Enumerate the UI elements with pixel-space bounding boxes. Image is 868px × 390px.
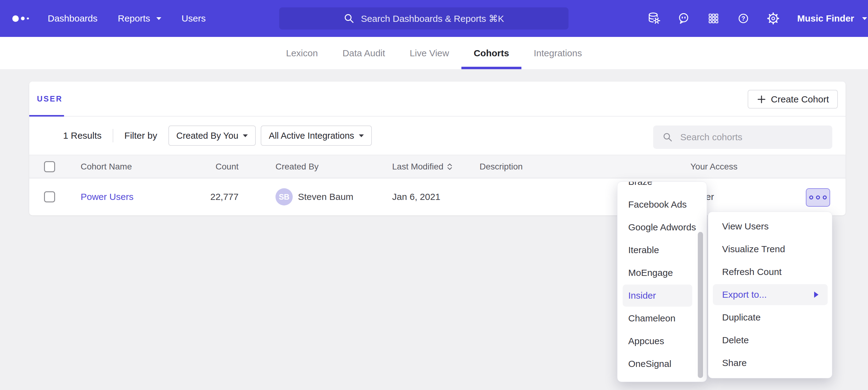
row-actions-button[interactable] bbox=[806, 188, 830, 207]
primary-nav: Dashboards Reports Users bbox=[48, 0, 206, 37]
menu-item-export-to[interactable]: Export to... bbox=[708, 283, 832, 306]
help-button[interactable]: ? bbox=[736, 11, 751, 26]
cohorts-card: USER Create Cohort 1 Results Filter by C… bbox=[29, 82, 845, 215]
submenu-item-braze[interactable]: Braze bbox=[617, 182, 707, 193]
menu-item-duplicate[interactable]: Duplicate bbox=[708, 306, 832, 329]
created-by-cell: SB Steven Baum bbox=[276, 178, 353, 215]
column-last-modified-label: Last Modified bbox=[392, 162, 443, 172]
submenu-item-appcues[interactable]: Appcues bbox=[617, 330, 707, 353]
submenu-item-google-adwords[interactable]: Google Adwords bbox=[617, 216, 707, 239]
chevron-down-icon bbox=[243, 134, 248, 137]
submenu-item-chameleon[interactable]: Chameleon bbox=[617, 307, 707, 330]
tab-data-audit[interactable]: Data Audit bbox=[330, 37, 397, 69]
tab-cohorts[interactable]: Cohorts bbox=[461, 37, 521, 69]
logo-dot-medium bbox=[21, 17, 25, 20]
logo-dot-large bbox=[12, 15, 19, 22]
menu-item-view-users[interactable]: View Users bbox=[708, 215, 832, 238]
active-tab-underline bbox=[461, 67, 521, 69]
tab-lexicon[interactable]: Lexicon bbox=[274, 37, 330, 69]
navbar-icon-group: ? bbox=[646, 0, 781, 37]
submenu-item-moengage[interactable]: MoEngage bbox=[617, 261, 707, 284]
column-cohort-name[interactable]: Cohort Name bbox=[81, 155, 132, 178]
tab-integrations[interactable]: Integrations bbox=[521, 37, 594, 69]
chevron-down-icon bbox=[359, 134, 364, 137]
nav-reports[interactable]: Reports bbox=[118, 13, 161, 24]
global-search-placeholder: Search Dashboards & Reports ⌘K bbox=[361, 13, 504, 24]
export-destinations-menu: Braze Facebook Ads Google Adwords Iterab… bbox=[617, 182, 707, 382]
creator-name: Steven Baum bbox=[298, 192, 353, 202]
tab-live-view[interactable]: Live View bbox=[397, 37, 461, 69]
nav-dashboards[interactable]: Dashboards bbox=[48, 13, 98, 24]
cohort-count: 22,777 bbox=[165, 178, 239, 215]
cohort-actions-menu: View Users Visualize Trend Refresh Count… bbox=[708, 212, 832, 378]
submenu-item-iterable[interactable]: Iterable bbox=[617, 239, 707, 261]
divider bbox=[113, 129, 113, 142]
last-modified-cell: Jan 6, 2021 bbox=[392, 178, 440, 215]
search-icon bbox=[343, 13, 354, 24]
cohort-search-box bbox=[653, 126, 832, 149]
feedback-button[interactable] bbox=[676, 11, 691, 26]
avatar: SB bbox=[276, 188, 293, 205]
menu-item-share[interactable]: Share bbox=[708, 352, 832, 374]
column-count[interactable]: Count bbox=[165, 155, 239, 178]
integrations-filter-dropdown[interactable]: All Active Integrations bbox=[261, 126, 372, 146]
plus-icon bbox=[756, 94, 767, 104]
cohort-name-link[interactable]: Power Users bbox=[81, 192, 133, 202]
settings-gear-icon bbox=[766, 11, 780, 26]
submenu-item-facebook-ads[interactable]: Facebook Ads bbox=[617, 193, 707, 216]
sort-icon bbox=[446, 162, 453, 171]
filter-controls: 1 Results Filter by Created By You All A… bbox=[63, 117, 372, 155]
column-your-access[interactable]: Your Access bbox=[690, 155, 738, 178]
menu-item-delete[interactable]: Delete bbox=[708, 329, 832, 352]
top-navbar: Dashboards Reports Users Search Dashboar… bbox=[0, 0, 868, 37]
column-created-by[interactable]: Created By bbox=[276, 155, 318, 178]
table-row: Power Users 22,777 SB Steven Baum Jan 6,… bbox=[29, 178, 845, 215]
kebab-menu-icon bbox=[808, 194, 828, 200]
created-by-filter-label: Created By You bbox=[176, 131, 239, 141]
submenu-item-insider[interactable]: Insider bbox=[617, 284, 707, 307]
submenu-item-onesignal[interactable]: OneSignal bbox=[617, 353, 707, 375]
tab-cohorts-label: Cohorts bbox=[474, 48, 509, 59]
menu-item-visualize-trend[interactable]: Visualize Trend bbox=[708, 238, 832, 261]
menu-item-export-to-label: Export to... bbox=[722, 289, 767, 300]
project-switcher[interactable]: Music Finder bbox=[797, 0, 867, 37]
chevron-down-icon bbox=[156, 17, 161, 20]
submenu-arrow-icon bbox=[814, 292, 818, 298]
help-glyph: ? bbox=[742, 15, 745, 22]
created-by-filter-dropdown[interactable]: Created By You bbox=[168, 126, 256, 146]
section-tabs: Lexicon Data Audit Live View Cohorts Int… bbox=[0, 37, 868, 69]
search-icon bbox=[662, 132, 673, 142]
create-cohort-label: Create Cohort bbox=[771, 94, 829, 105]
submenu-scrollbar-thumb[interactable] bbox=[698, 232, 703, 378]
create-cohort-button[interactable]: Create Cohort bbox=[748, 90, 838, 108]
feedback-chat-icon bbox=[677, 11, 691, 26]
help-icon: ? bbox=[736, 11, 750, 26]
row-checkbox[interactable] bbox=[44, 191, 55, 202]
cohort-type-header: USER Create Cohort bbox=[29, 82, 845, 117]
chevron-down-icon bbox=[862, 17, 867, 20]
global-search-input[interactable]: Search Dashboards & Reports ⌘K bbox=[279, 7, 568, 30]
your-access-value: er bbox=[706, 178, 714, 215]
tab-user-cohorts[interactable]: USER bbox=[29, 82, 62, 116]
nav-users[interactable]: Users bbox=[182, 13, 206, 24]
nav-reports-label: Reports bbox=[118, 13, 150, 24]
column-description[interactable]: Description bbox=[479, 155, 523, 178]
data-management-button[interactable] bbox=[646, 11, 661, 26]
mixpanel-logo[interactable] bbox=[12, 0, 29, 37]
menu-item-refresh-count[interactable]: Refresh Count bbox=[708, 261, 832, 283]
settings-button[interactable] bbox=[766, 11, 781, 26]
cohort-search-input[interactable] bbox=[680, 132, 815, 143]
database-gear-icon bbox=[647, 11, 661, 26]
select-all-checkbox[interactable] bbox=[44, 161, 55, 172]
table-header: Cohort Name Count Created By Last Modifi… bbox=[29, 155, 845, 178]
submenu-item-insider-highlight: Insider bbox=[623, 285, 692, 307]
apps-grid-icon bbox=[707, 12, 720, 25]
results-count: 1 Results bbox=[63, 130, 101, 141]
column-last-modified[interactable]: Last Modified bbox=[392, 155, 453, 178]
filter-toolbar: 1 Results Filter by Created By You All A… bbox=[29, 117, 845, 155]
apps-button[interactable] bbox=[706, 11, 721, 26]
tab-user-label: USER bbox=[37, 94, 62, 103]
filter-by-label: Filter by bbox=[124, 130, 157, 141]
project-name: Music Finder bbox=[797, 13, 854, 24]
logo-dot-small bbox=[27, 18, 29, 20]
